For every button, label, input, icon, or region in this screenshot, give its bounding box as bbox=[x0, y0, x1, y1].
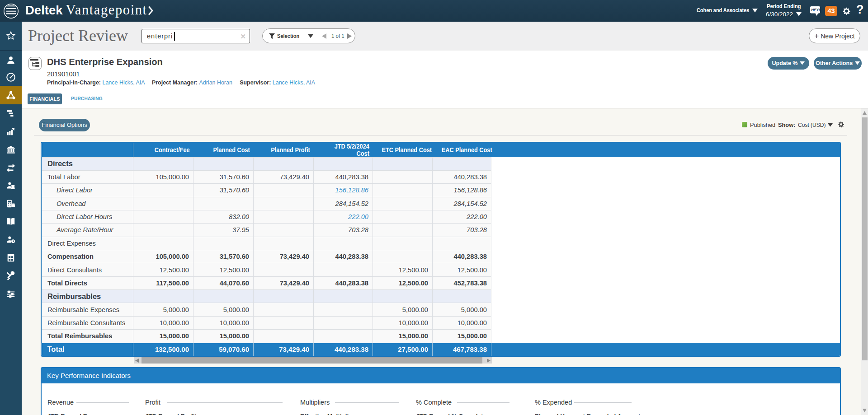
svg-text:HEY!: HEY! bbox=[811, 8, 820, 12]
